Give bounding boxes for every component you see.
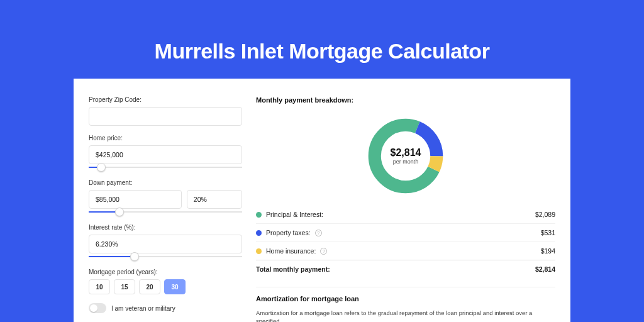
period-button-15[interactable]: 15 <box>114 279 135 294</box>
down-payment-row <box>89 190 242 209</box>
donut-wrap: $2,814 per month <box>256 111 555 206</box>
slider-thumb[interactable] <box>130 252 139 261</box>
slider-fill <box>89 256 135 257</box>
inputs-column: Property Zip Code: Home price: Down paym… <box>89 96 242 322</box>
calculator-panel: Property Zip Code: Home price: Down paym… <box>74 79 570 322</box>
toggle-knob <box>90 304 97 312</box>
legend-dot <box>256 248 262 254</box>
donut-sub: per month <box>393 158 419 165</box>
down-payment-pct-input[interactable] <box>187 190 242 209</box>
period-label: Mortgage period (years): <box>89 269 242 275</box>
slider-thumb[interactable] <box>115 208 124 216</box>
home-price-slider[interactable] <box>89 164 242 170</box>
legend-dot <box>256 230 262 236</box>
period-button-20[interactable]: 20 <box>139 279 160 294</box>
home-price-input[interactable] <box>89 145 242 164</box>
zip-input[interactable] <box>89 107 242 126</box>
amortization-title: Amortization for mortgage loan <box>256 295 555 303</box>
slider-track <box>89 167 242 168</box>
page-title: Murrells Inlet Mortgage Calculator <box>0 0 644 79</box>
amortization-section: Amortization for mortgage loan Amortizat… <box>256 287 555 322</box>
veteran-toggle[interactable] <box>89 303 106 313</box>
zip-block: Property Zip Code: <box>89 96 242 126</box>
period-button-10[interactable]: 10 <box>89 279 110 294</box>
breakdown-row: Property taxes:?$531 <box>256 223 555 242</box>
info-icon[interactable]: ? <box>320 248 327 255</box>
down-payment-slider[interactable] <box>89 209 242 215</box>
breakdown-row: Principal & Interest:$2,089 <box>256 206 555 223</box>
veteran-label: I am veteran or military <box>111 305 175 312</box>
donut-amount: $2,814 <box>391 147 421 158</box>
donut-center: $2,814 per month <box>365 115 447 197</box>
slider-thumb[interactable] <box>97 163 106 172</box>
period-button-30[interactable]: 30 <box>164 279 186 294</box>
breakdown-total-row: Total monthly payment: $2,814 <box>256 260 555 278</box>
donut-chart: $2,814 per month <box>365 115 447 197</box>
amortization-text: Amortization for a mortgage loan refers … <box>256 309 555 322</box>
breakdown-label: Property taxes: <box>266 229 311 236</box>
home-price-label: Home price: <box>89 135 242 142</box>
down-payment-input[interactable] <box>89 190 182 209</box>
interest-rate-slider[interactable] <box>89 253 242 260</box>
legend-dot <box>256 212 262 218</box>
total-label: Total monthly payment: <box>256 265 330 273</box>
info-icon[interactable]: ? <box>315 230 322 236</box>
down-payment-label: Down payment: <box>89 179 242 186</box>
zip-label: Property Zip Code: <box>89 96 242 103</box>
down-payment-block: Down payment: <box>89 179 242 215</box>
breakdown-row: Home insurance:?$194 <box>256 242 555 260</box>
interest-rate-block: Interest rate (%): <box>89 224 242 260</box>
period-row: 10152030 <box>89 279 242 294</box>
breakdown-title: Monthly payment breakdown: <box>256 96 555 104</box>
breakdown-value: $531 <box>541 229 555 236</box>
breakdown-label: Principal & Interest: <box>266 211 323 218</box>
breakdown-value: $194 <box>541 247 555 255</box>
results-column: Monthly payment breakdown: $2,814 per mo… <box>256 96 555 322</box>
breakdown-list: Principal & Interest:$2,089Property taxe… <box>256 206 555 260</box>
total-value: $2,814 <box>535 265 555 273</box>
breakdown-label: Home insurance: <box>266 247 316 255</box>
interest-rate-label: Interest rate (%): <box>89 224 242 231</box>
breakdown-value: $2,089 <box>535 211 555 218</box>
home-price-block: Home price: <box>89 135 242 170</box>
veteran-row: I am veteran or military <box>89 303 242 313</box>
interest-rate-input[interactable] <box>89 235 242 253</box>
period-block: Mortgage period (years): 10152030 <box>89 269 242 294</box>
